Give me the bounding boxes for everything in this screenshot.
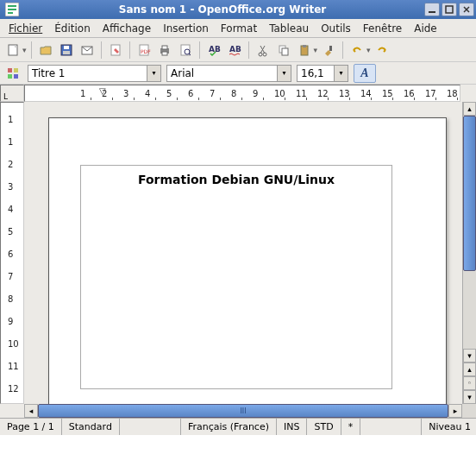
ruler-number: 11 — [8, 362, 19, 371]
ruler-corner[interactable]: L — [0, 85, 24, 102]
menu-tableau[interactable]: Tableau — [264, 21, 314, 36]
scroll-right-button[interactable]: ▸ — [448, 404, 462, 418]
status-language[interactable]: Français (France) — [181, 419, 277, 435]
svg-rect-3 — [8, 12, 13, 14]
paragraph-style-value: Titre 1 — [28, 67, 147, 79]
svg-rect-18 — [162, 52, 167, 55]
prev-page-button[interactable]: ▴ — [463, 363, 476, 376]
ruler-number: 1 — [80, 89, 85, 98]
undo-button[interactable] — [348, 41, 366, 60]
svg-rect-31 — [8, 68, 12, 73]
ruler-number: 9 — [253, 89, 258, 98]
vertical-scrollbar[interactable]: ▴ ▾ ▴ ◦ ▾ — [462, 102, 476, 404]
chevron-down-icon[interactable]: ▾ — [334, 66, 348, 81]
ruler-number: 13 — [339, 89, 350, 98]
maximize-button[interactable] — [442, 3, 457, 16]
print-button[interactable] — [155, 41, 174, 60]
chevron-down-icon[interactable]: ▾ — [277, 66, 291, 81]
email-button[interactable] — [78, 41, 97, 60]
separator — [342, 41, 343, 59]
ruler-number: 8 — [8, 294, 13, 304]
new-button[interactable] — [3, 41, 22, 60]
svg-rect-27 — [282, 48, 288, 55]
page[interactable]: Formation Debian GNU/Linux — [48, 117, 447, 404]
vscroll-thumb[interactable] — [463, 116, 476, 271]
font-name-value: Arial — [167, 67, 277, 79]
undo-dropdown-icon[interactable]: ▾ — [366, 46, 371, 54]
menu-affichage[interactable]: Affichage — [97, 21, 156, 36]
document-heading[interactable]: Formation Debian GNU/Linux — [81, 173, 391, 186]
status-outline-level[interactable]: Niveau 1 — [422, 419, 476, 435]
svg-text:PDF: PDF — [141, 48, 151, 54]
menu-insertion[interactable]: Insertion — [158, 21, 214, 36]
svg-rect-4 — [429, 11, 435, 13]
ruler-number: 17 — [425, 89, 436, 98]
next-page-button[interactable]: ▾ — [463, 390, 476, 404]
work-area: 112345678910111213 Formation Debian GNU/… — [0, 102, 476, 404]
save-button[interactable] — [57, 41, 76, 60]
status-selection-mode[interactable]: STD — [307, 419, 341, 435]
menu-aide[interactable]: Aide — [409, 21, 442, 36]
hscroll-row: ◂ III ▸ — [0, 404, 476, 418]
ruler-number: 12 — [8, 384, 19, 394]
separator — [129, 41, 130, 59]
ruler-number: 2 — [8, 160, 13, 169]
font-name-combo[interactable]: Arial ▾ — [166, 65, 291, 82]
highlight-color-button[interactable]: A — [354, 64, 376, 83]
ruler-number: 4 — [145, 89, 150, 98]
paste-dropdown-icon[interactable]: ▾ — [314, 46, 318, 54]
horizontal-scrollbar[interactable]: ◂ III ▸ — [24, 404, 462, 418]
ruler-number: 15 — [382, 89, 393, 98]
spellcheck-button[interactable]: ABC — [204, 41, 223, 60]
scroll-corner — [462, 404, 476, 418]
copy-button[interactable] — [274, 41, 293, 60]
menu-fenetre[interactable]: Fenêtre — [358, 21, 407, 36]
separator — [248, 41, 249, 59]
minimize-button[interactable] — [424, 3, 440, 16]
svg-rect-11 — [63, 51, 70, 54]
separator — [101, 41, 102, 59]
format-paintbrush-button[interactable] — [319, 41, 338, 60]
status-page[interactable]: Page 1 / 1 — [0, 419, 62, 435]
window-title: Sans nom 1 - OpenOffice.org Writer — [22, 3, 423, 16]
vertical-ruler[interactable]: 112345678910111213 — [0, 102, 24, 404]
document-canvas[interactable]: Formation Debian GNU/Linux — [24, 102, 462, 404]
menu-edition[interactable]: Édition — [49, 21, 96, 36]
app-icon — [5, 3, 19, 16]
scroll-left-button[interactable]: ◂ — [24, 404, 38, 418]
ruler-number: 2 — [102, 89, 107, 98]
pdf-button[interactable]: PDF — [135, 41, 153, 60]
new-dropdown-icon[interactable]: ▾ — [22, 46, 27, 54]
edit-file-button[interactable] — [106, 41, 125, 60]
paste-button[interactable] — [295, 41, 314, 60]
scroll-down-button[interactable]: ▾ — [463, 349, 476, 363]
preview-button[interactable] — [176, 41, 195, 60]
svg-rect-34 — [14, 74, 18, 79]
status-insert-mode[interactable]: INS — [277, 419, 307, 435]
cut-button[interactable] — [254, 41, 272, 60]
open-button[interactable] — [36, 41, 55, 60]
autospell-button[interactable]: ABC — [225, 41, 244, 60]
menu-fichier[interactable]: Fichier — [3, 21, 47, 36]
styles-window-button[interactable] — [3, 64, 22, 83]
font-size-combo[interactable]: 16,1 ▾ — [297, 65, 348, 82]
ruler-number: 5 — [166, 89, 172, 98]
status-style[interactable]: Standard — [62, 419, 120, 435]
redo-button[interactable] — [373, 41, 391, 60]
status-modified[interactable]: * — [341, 419, 361, 435]
text-frame[interactable]: Formation Debian GNU/Linux — [80, 165, 392, 389]
vscroll-track[interactable] — [463, 271, 476, 349]
ruler-number: 14 — [360, 89, 372, 98]
menu-format[interactable]: Format — [216, 21, 262, 36]
paragraph-style-combo[interactable]: Titre 1 ▾ — [28, 65, 161, 82]
nav-button[interactable]: ◦ — [463, 376, 476, 390]
menu-outils[interactable]: Outils — [316, 21, 356, 36]
chevron-down-icon[interactable]: ▾ — [147, 66, 160, 81]
svg-rect-5 — [446, 6, 453, 13]
ruler-number: 7 — [210, 89, 215, 98]
close-button[interactable] — [459, 3, 474, 16]
horizontal-ruler[interactable]: ▽ 123456789101112131415161718 — [24, 85, 460, 102]
scroll-up-button[interactable]: ▴ — [463, 102, 476, 116]
hscroll-thumb[interactable]: III — [38, 404, 448, 418]
status-bar: Page 1 / 1 Standard Français (France) IN… — [0, 418, 476, 435]
